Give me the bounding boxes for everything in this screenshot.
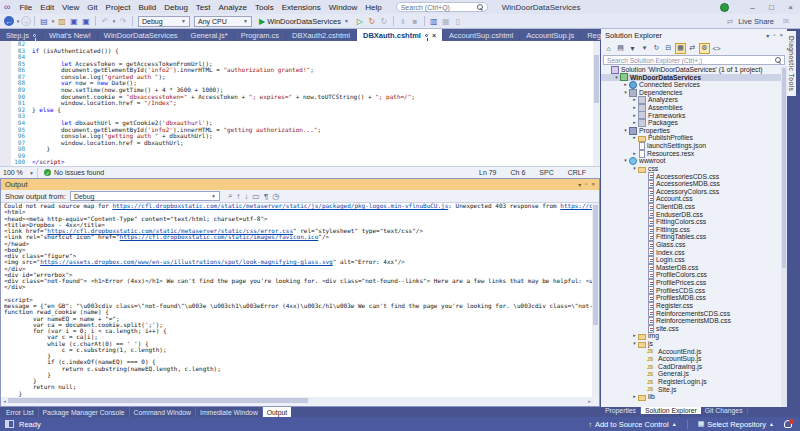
next-message-icon[interactable]: ↓ <box>244 192 248 201</box>
pin-icon[interactable] <box>33 34 36 37</box>
toggle-word-wrap-icon[interactable]: ¶ <box>264 192 268 201</box>
background-tasks-icon[interactable] <box>5 420 14 428</box>
tree-item-enduserdb-css[interactable]: EnduserDB.css <box>601 211 787 219</box>
menu-item-view[interactable]: View <box>58 3 83 12</box>
tree-item-account-css[interactable]: Account.css <box>601 195 787 203</box>
pending-changes-filter-icon[interactable]: ▼ <box>627 43 638 54</box>
tree-item-accessorycolors-css[interactable]: AccessoryColors.css <box>601 188 787 196</box>
panel-tab-properties[interactable]: Properties <box>601 407 641 414</box>
expander-expanded-icon[interactable]: ▾ <box>622 157 629 165</box>
menu-item-window[interactable]: Window <box>325 3 361 12</box>
close-tab-icon[interactable]: × <box>432 32 436 39</box>
tree-item-caddrawing-js[interactable]: CadDrawing.js <box>601 363 787 371</box>
menu-item-extensions[interactable]: Extensions <box>278 3 325 12</box>
collapse-all-icon[interactable]: ⊟ <box>663 43 674 54</box>
tree-item-register-css[interactable]: Register.css <box>601 302 787 310</box>
tree-item-profilecolors-css[interactable]: ProfileColors.css <box>601 271 787 279</box>
solution-explorer-search-box[interactable]: Search Solution Explorer (Ctrl+;) <box>603 55 785 65</box>
expander-collapsed-icon[interactable]: ▸ <box>631 332 638 340</box>
panel-tab-immediate-window[interactable]: Immediate Window <box>196 407 263 417</box>
panel-tab-package-manager-console[interactable]: Package Manager Console <box>39 407 130 417</box>
tree-item-profilesmdb-css[interactable]: ProfilesMDB.css <box>601 294 787 302</box>
tree-item-resources-resx[interactable]: ▸Resources.resx <box>601 150 787 158</box>
doc-tab-dbxauth2-cshtml[interactable]: DBXauth2.cshtml <box>286 29 356 41</box>
tree-item-fittingtables-css[interactable]: FittingTables.css <box>601 233 787 241</box>
tree-item-site-css[interactable]: site.css <box>601 325 787 333</box>
doc-tab-what-s-new[interactable]: What's New! <box>43 29 97 41</box>
window-position-icon[interactable]: ▾ <box>766 32 769 39</box>
doc-tab-accountsup-js[interactable]: AccountSup.js <box>520 29 580 41</box>
maximize-button[interactable]: □ <box>762 0 781 14</box>
hot-reload-icon[interactable]: ↻ <box>366 15 378 27</box>
navigate-backward-icon[interactable]: ← <box>4 16 14 26</box>
panel-tab-output[interactable]: Output <box>263 407 291 417</box>
expander-expanded-icon[interactable]: ▾ <box>622 89 629 97</box>
tree-item-site-js[interactable]: Site.js <box>601 386 787 394</box>
output-url-link[interactable]: https://cfl.dropboxstatic.com/static/met… <box>112 203 448 209</box>
window-position-icon[interactable]: ▾ <box>578 181 581 188</box>
window-layout-icon[interactable]: ▦ <box>440 15 452 27</box>
new-project-icon[interactable]: ▤ <box>38 15 50 27</box>
menu-item-analyze[interactable]: Analyze <box>215 3 251 12</box>
menu-item-test[interactable]: Test <box>192 3 215 12</box>
tree-item-js[interactable]: ▾js <box>601 340 787 348</box>
diagnostic-tools-vertical-tab[interactable]: Diagnostic Tools <box>787 31 796 96</box>
doc-tab-dbxauth-cshtml[interactable]: DBXauth.cshtml× <box>357 29 442 41</box>
live-share-button[interactable]: Live Share <box>738 17 774 26</box>
refresh-icon[interactable]: ↻ <box>651 43 662 54</box>
switch-views-icon[interactable]: ▤ <box>615 43 626 54</box>
menu-item-help[interactable]: Help <box>361 3 385 12</box>
expander-collapsed-icon[interactable]: ▸ <box>631 104 638 112</box>
output-url-link[interactable]: https://cfl.dropboxstatic.com/static/ima… <box>120 233 319 240</box>
output-url-link[interactable]: https://assets.dropbox.com/www/en-us/ill… <box>40 258 333 265</box>
tree-item-accessoriescds-css[interactable]: AccessoriesCDS.css <box>601 173 787 181</box>
tree-item-assemblies[interactable]: ▸Assemblies <box>601 104 787 112</box>
tree-item-registerlogin-js[interactable]: RegisterLogin.js <box>601 378 787 386</box>
menu-item-git[interactable]: Git <box>83 3 101 12</box>
tree-item-accessoriesmdb-css[interactable]: AccessoriesMDB.css <box>601 180 787 188</box>
output-vertical-scrollbar[interactable] <box>592 203 599 397</box>
solution-configuration-dropdown[interactable]: Debug▼ <box>138 16 190 27</box>
output-horizontal-scrollbar[interactable]: ◂ ▸ <box>1 397 593 404</box>
doc-tab-program-cs[interactable]: Program.cs <box>235 29 285 41</box>
expander-expanded-icon[interactable]: ▾ <box>613 74 620 82</box>
line-ending-indicator[interactable]: CRLF <box>568 169 586 176</box>
menu-item-tools[interactable]: Tools <box>251 3 278 12</box>
save-all-icon[interactable]: ▣ <box>80 15 92 27</box>
panel-tab-solution-explorer[interactable]: Solution Explorer <box>641 407 701 414</box>
close-button[interactable]: × <box>781 0 800 14</box>
tree-item-properties[interactable]: ▾Properties <box>601 127 787 135</box>
tree-item-profileprices-css[interactable]: ProfilePrices.css <box>601 279 787 287</box>
output-content[interactable]: Could not read source map for https://cf… <box>1 203 593 397</box>
tree-item-windoordataservices[interactable]: ▾WinDoorDataServices <box>601 74 787 82</box>
tree-item-reinforcementsmdb-css[interactable]: ReinforcementsMDB.css <box>601 317 787 325</box>
open-folder-icon[interactable]: ▨ <box>56 15 68 27</box>
expander-collapsed-icon[interactable]: ▸ <box>631 112 638 120</box>
menu-item-project[interactable]: Project <box>102 3 135 12</box>
tree-item-lib[interactable]: ▸lib <box>601 393 787 401</box>
tree-item-login-css[interactable]: Login.css <box>601 256 787 264</box>
properties-icon[interactable]: ⚙ <box>699 43 710 54</box>
add-to-source-control-button[interactable]: ↑ Add to Source Control ▲ <box>588 420 676 429</box>
time-icon[interactable]: ◷ <box>272 192 279 201</box>
restart-icon[interactable]: ↻ <box>378 15 390 27</box>
expander-collapsed-icon[interactable]: ▸ <box>631 393 638 401</box>
start-debugging-button[interactable]: ▶ WinDoorDataServices ▼ <box>256 15 352 27</box>
panel-tab-command-window[interactable]: Command Window <box>130 407 196 417</box>
redo-icon[interactable]: ↷ <box>117 15 129 27</box>
show-all-files-icon[interactable]: ▦ <box>675 43 686 54</box>
tree-item-analyzers[interactable]: ▸Analyzers <box>601 96 787 104</box>
send-feedback-icon[interactable]: ✉ <box>780 15 792 27</box>
close-icon[interactable]: × <box>591 181 595 188</box>
issues-status[interactable]: No issues found <box>54 169 104 176</box>
tree-item-publishprofiles[interactable]: ▸PublishProfiles <box>601 134 787 142</box>
break-all-icon[interactable]: ‖ <box>397 15 409 27</box>
doc-tab-windoordataservices[interactable]: WinDoorDataServices <box>98 29 184 41</box>
preview-code-icon[interactable]: <> <box>711 43 722 54</box>
editor-zoom-dropdown[interactable]: 100 %▼ <box>0 168 38 178</box>
solution-platform-dropdown[interactable]: Any CPU▼ <box>194 16 252 27</box>
tree-item-dependencies[interactable]: ▾Dependencies <box>601 89 787 97</box>
code-editor[interactable]: 8283if (isAuthenticated()) {8485 let Acc… <box>0 41 600 166</box>
sync-with-active-document-icon[interactable]: ⇄ <box>687 43 698 54</box>
scroll-left-icon[interactable]: ◂ <box>1 398 8 404</box>
